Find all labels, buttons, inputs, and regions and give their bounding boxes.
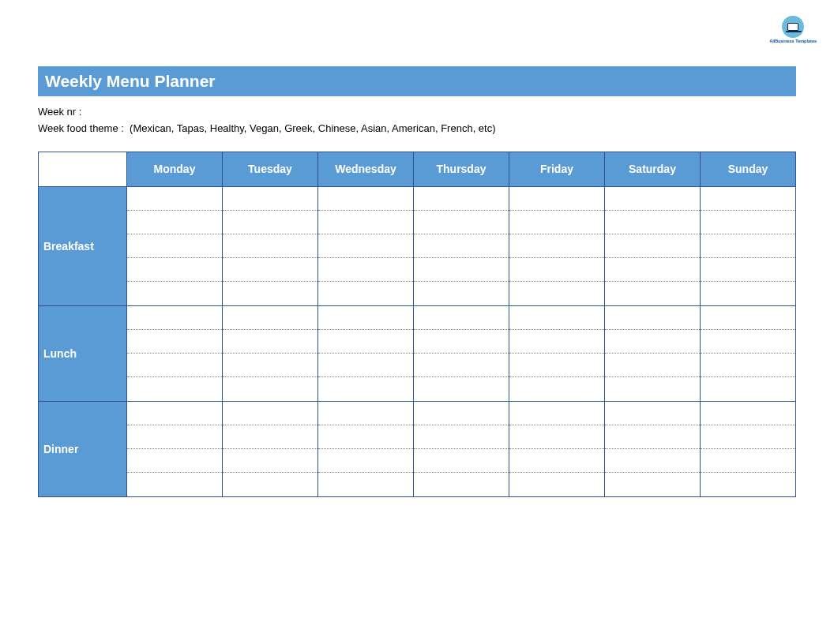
slot-line[interactable] (605, 473, 700, 496)
slot-line[interactable] (509, 234, 604, 258)
slot-line[interactable] (414, 211, 509, 234)
slot-line[interactable] (223, 425, 317, 449)
slot-line[interactable] (414, 187, 509, 211)
slot-line[interactable] (414, 258, 509, 282)
slot-line[interactable] (605, 258, 700, 282)
slot-line[interactable] (127, 330, 222, 354)
slot-line[interactable] (509, 377, 604, 401)
cell-breakfast-friday[interactable] (509, 186, 605, 305)
slot-line[interactable] (318, 306, 413, 330)
slot-line[interactable] (701, 377, 795, 401)
slot-line[interactable] (605, 354, 700, 377)
slot-line[interactable] (318, 425, 413, 449)
slot-line[interactable] (318, 211, 413, 234)
slot-line[interactable] (605, 282, 700, 305)
slot-line[interactable] (509, 354, 604, 377)
cell-dinner-sunday[interactable] (701, 401, 796, 496)
slot-line[interactable] (223, 330, 317, 354)
slot-line[interactable] (605, 449, 700, 473)
slot-line[interactable] (127, 211, 222, 234)
cell-lunch-thursday[interactable] (414, 305, 509, 401)
slot-line[interactable] (127, 473, 222, 496)
slot-line[interactable] (605, 377, 700, 401)
slot-line[interactable] (509, 473, 604, 496)
cell-dinner-wednesday[interactable] (318, 401, 414, 496)
slot-line[interactable] (414, 306, 509, 330)
slot-line[interactable] (318, 234, 413, 258)
slot-line[interactable] (509, 402, 604, 425)
slot-line[interactable] (318, 377, 413, 401)
slot-line[interactable] (701, 354, 795, 377)
slot-line[interactable] (509, 330, 604, 354)
cell-dinner-friday[interactable] (509, 401, 605, 496)
slot-line[interactable] (127, 306, 222, 330)
slot-line[interactable] (223, 234, 317, 258)
slot-line[interactable] (701, 402, 795, 425)
cell-dinner-thursday[interactable] (414, 401, 509, 496)
slot-line[interactable] (318, 258, 413, 282)
slot-line[interactable] (223, 354, 317, 377)
slot-line[interactable] (127, 187, 222, 211)
slot-line[interactable] (318, 354, 413, 377)
cell-lunch-friday[interactable] (509, 305, 605, 401)
slot-line[interactable] (414, 473, 509, 496)
slot-line[interactable] (701, 282, 795, 305)
slot-line[interactable] (605, 187, 700, 211)
slot-line[interactable] (414, 402, 509, 425)
slot-line[interactable] (318, 449, 413, 473)
slot-line[interactable] (223, 306, 317, 330)
slot-line[interactable] (701, 187, 795, 211)
cell-breakfast-thursday[interactable] (414, 186, 509, 305)
slot-line[interactable] (605, 234, 700, 258)
slot-line[interactable] (318, 330, 413, 354)
slot-line[interactable] (605, 425, 700, 449)
slot-line[interactable] (701, 258, 795, 282)
slot-line[interactable] (318, 402, 413, 425)
slot-line[interactable] (414, 354, 509, 377)
slot-line[interactable] (318, 282, 413, 305)
cell-dinner-tuesday[interactable] (223, 401, 318, 496)
cell-breakfast-tuesday[interactable] (223, 186, 318, 305)
slot-line[interactable] (223, 211, 317, 234)
slot-line[interactable] (605, 402, 700, 425)
slot-line[interactable] (701, 449, 795, 473)
slot-line[interactable] (509, 306, 604, 330)
slot-line[interactable] (509, 187, 604, 211)
slot-line[interactable] (127, 449, 222, 473)
slot-line[interactable] (223, 473, 317, 496)
cell-lunch-tuesday[interactable] (223, 305, 318, 401)
slot-line[interactable] (318, 187, 413, 211)
slot-line[interactable] (701, 211, 795, 234)
slot-line[interactable] (223, 282, 317, 305)
slot-line[interactable] (223, 402, 317, 425)
slot-line[interactable] (701, 425, 795, 449)
cell-dinner-monday[interactable] (127, 401, 223, 496)
cell-dinner-saturday[interactable] (605, 401, 701, 496)
slot-line[interactable] (414, 282, 509, 305)
slot-line[interactable] (414, 330, 509, 354)
slot-line[interactable] (605, 306, 700, 330)
slot-line[interactable] (701, 330, 795, 354)
cell-lunch-saturday[interactable] (605, 305, 701, 401)
slot-line[interactable] (509, 211, 604, 234)
slot-line[interactable] (223, 377, 317, 401)
slot-line[interactable] (223, 449, 317, 473)
cell-lunch-wednesday[interactable] (318, 305, 414, 401)
slot-line[interactable] (509, 258, 604, 282)
slot-line[interactable] (223, 258, 317, 282)
slot-line[interactable] (701, 234, 795, 258)
slot-line[interactable] (318, 473, 413, 496)
slot-line[interactable] (509, 425, 604, 449)
cell-breakfast-monday[interactable] (127, 186, 223, 305)
slot-line[interactable] (127, 402, 222, 425)
slot-line[interactable] (605, 330, 700, 354)
slot-line[interactable] (127, 282, 222, 305)
slot-line[interactable] (509, 449, 604, 473)
slot-line[interactable] (127, 354, 222, 377)
slot-line[interactable] (414, 234, 509, 258)
cell-lunch-sunday[interactable] (701, 305, 796, 401)
slot-line[interactable] (414, 377, 509, 401)
slot-line[interactable] (414, 449, 509, 473)
slot-line[interactable] (509, 282, 604, 305)
slot-line[interactable] (223, 187, 317, 211)
